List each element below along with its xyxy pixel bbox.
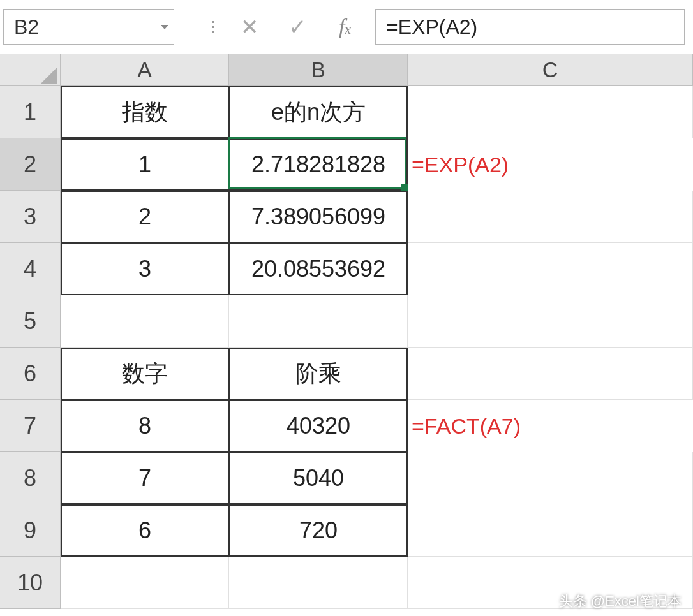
cell-A8[interactable]: 7 xyxy=(61,452,229,504)
annotation-fact: =FACT(A7) xyxy=(408,400,693,452)
cell-B4[interactable]: 20.08553692 xyxy=(229,243,408,295)
select-all-corner[interactable] xyxy=(0,54,61,86)
cell-A10[interactable] xyxy=(61,557,229,609)
cell-B3[interactable]: 7.389056099 xyxy=(229,191,408,243)
cell-C6[interactable] xyxy=(408,348,693,400)
cell-B1[interactable]: e的n次方 xyxy=(229,86,408,138)
cell-B2[interactable]: 2.718281828 xyxy=(229,138,408,191)
name-box[interactable]: B2 xyxy=(3,9,174,45)
col-header-C[interactable]: C xyxy=(408,54,693,86)
cell-C1[interactable] xyxy=(408,86,693,138)
formula-bar: B2 ⋮ ✕ ✓ fx =EXP(A2) xyxy=(0,0,693,54)
cell-B8[interactable]: 5040 xyxy=(229,452,408,504)
spreadsheet-grid: A B C 1 指数 e的n次方 2 1 2.718281828 =EXP(A2… xyxy=(0,54,693,609)
cell-C9[interactable] xyxy=(408,504,693,557)
row-header-3[interactable]: 3 xyxy=(0,191,61,243)
formula-text: =EXP(A2) xyxy=(386,15,477,39)
cell-B7[interactable]: 40320 xyxy=(229,400,408,452)
watermark-text: 头条 @Excel笔记本 xyxy=(559,592,682,611)
cell-A4[interactable]: 3 xyxy=(61,243,229,295)
cell-A5[interactable] xyxy=(61,295,229,348)
cell-C5[interactable] xyxy=(408,295,693,348)
cancel-icon[interactable]: ✕ xyxy=(232,14,267,40)
cell-A7[interactable]: 8 xyxy=(61,400,229,452)
cell-A6[interactable]: 数字 xyxy=(61,348,229,400)
cell-A1[interactable]: 指数 xyxy=(61,86,229,138)
cell-B9[interactable]: 720 xyxy=(229,504,408,557)
name-box-dropdown-icon[interactable] xyxy=(161,25,168,29)
row-header-8[interactable]: 8 xyxy=(0,452,61,504)
cell-C3[interactable] xyxy=(408,191,693,243)
cell-A3[interactable]: 2 xyxy=(61,191,229,243)
row-header-1[interactable]: 1 xyxy=(0,86,61,138)
formula-input[interactable]: =EXP(A2) xyxy=(375,9,685,45)
row-header-9[interactable]: 9 xyxy=(0,504,61,557)
separator-icon: ⋮ xyxy=(206,18,219,35)
cell-C4[interactable] xyxy=(408,243,693,295)
cell-A9[interactable]: 6 xyxy=(61,504,229,557)
annotation-exp: =EXP(A2) xyxy=(408,138,693,191)
row-header-7[interactable]: 7 xyxy=(0,400,61,452)
cell-C8[interactable] xyxy=(408,452,693,504)
cell-A2[interactable]: 1 xyxy=(61,138,229,191)
cell-B5[interactable] xyxy=(229,295,408,348)
col-header-B[interactable]: B xyxy=(229,54,408,86)
confirm-icon[interactable]: ✓ xyxy=(279,14,315,40)
col-header-A[interactable]: A xyxy=(61,54,229,86)
row-header-4[interactable]: 4 xyxy=(0,243,61,295)
cell-B6[interactable]: 阶乘 xyxy=(229,348,408,400)
row-header-10[interactable]: 10 xyxy=(0,557,61,609)
cell-B10[interactable] xyxy=(229,557,408,609)
row-header-6[interactable]: 6 xyxy=(0,348,61,400)
row-header-5[interactable]: 5 xyxy=(0,295,61,348)
row-header-2[interactable]: 2 xyxy=(0,138,61,191)
fx-icon[interactable]: fx xyxy=(327,15,362,39)
name-box-value: B2 xyxy=(14,15,39,39)
